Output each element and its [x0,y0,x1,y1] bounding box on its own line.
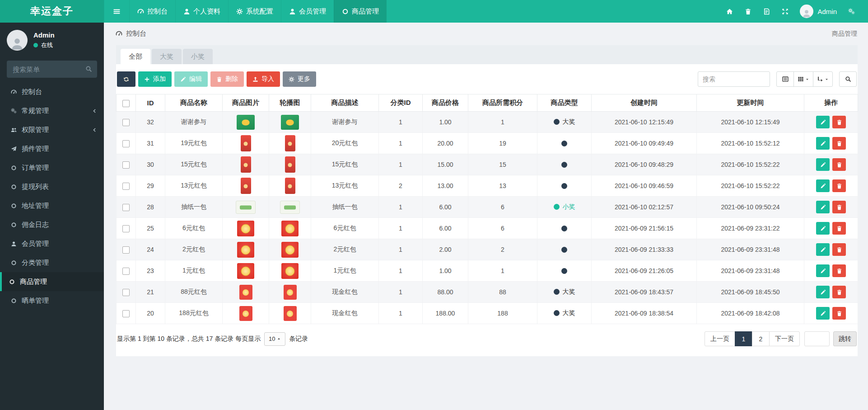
sidebar-toggle-button[interactable] [104,0,129,23]
topnav-item-profile[interactable]: 个人资料 [175,0,228,23]
row-delete-button[interactable] [832,179,846,192]
brand-logo: 幸运盒子 [0,0,104,23]
carousel-image [284,306,297,321]
cache-file-button[interactable] [757,0,776,23]
topnav-item-member[interactable]: 会员管理 [281,0,334,23]
expand-button[interactable] [776,0,794,23]
row-delete-button[interactable] [832,286,846,298]
row-delete-button[interactable] [832,116,846,128]
row-edit-button[interactable] [816,286,830,298]
sidebar-item-review[interactable]: 晒单管理 [0,291,104,310]
main-content: 控制台 商品管理 全部大奖小奖 添加 编辑 删除 导入 更多 [104,0,868,356]
row-edit-button[interactable] [816,158,830,171]
row-delete-button[interactable] [832,264,846,277]
import-button[interactable]: 导入 [247,71,280,87]
row-delete-button[interactable] [832,243,846,256]
breadcrumb-left-label[interactable]: 控制台 [126,29,146,38]
product-image [237,221,254,236]
tab-small-prize[interactable]: 小奖 [183,49,213,64]
cogs-icon [11,108,17,114]
topnav-item-goods[interactable]: 商品管理 [334,0,387,23]
cell-desc: 2元红包 [311,239,379,260]
row-checkbox[interactable] [122,183,130,190]
row-delete-button[interactable] [832,222,846,235]
page-button-1[interactable]: 1 [735,331,752,346]
row-edit-button[interactable] [816,137,830,150]
sidebar-item-commission[interactable]: 佣金日志 [0,215,104,234]
export-button[interactable] [813,71,833,87]
row-checkbox[interactable] [122,161,130,169]
row-checkbox[interactable] [122,289,130,296]
row-checkbox[interactable] [122,119,130,126]
sidebar-item-order[interactable]: 订单管理 [0,158,104,177]
menu-search-input[interactable] [7,61,97,78]
sidebar-item-member[interactable]: 会员管理 [0,234,104,253]
table-search-input[interactable] [698,71,770,87]
row-delete-button[interactable] [832,307,846,320]
user-icon [183,8,190,15]
row-edit-button[interactable] [816,179,830,192]
trash-button[interactable] [739,0,757,23]
row-edit-button[interactable] [816,307,830,320]
home-button[interactable] [720,0,739,23]
row-delete-button[interactable] [832,158,846,171]
sidebar-item-category[interactable]: 分类管理 [0,253,104,272]
table-row: 32谢谢参与谢谢参与11.001大奖2021-06-10 12:15:49202… [117,112,858,133]
sidebar-item-address[interactable]: 地址管理 [0,196,104,215]
sidebar-item-auth[interactable]: 权限管理 [0,120,104,139]
row-edit-button[interactable] [816,201,830,213]
cell-points: 13 [468,175,537,197]
settings-cogs-button[interactable] [842,0,861,23]
sidebar-item-addon[interactable]: 插件管理 [0,139,104,158]
row-delete-button[interactable] [832,137,846,150]
sidebar-item-dashboard[interactable]: 控制台 [0,82,104,101]
jump-page-input[interactable] [804,331,830,346]
select-all-checkbox[interactable] [122,100,130,107]
jump-button[interactable]: 跳转 [833,331,857,346]
row-checkbox[interactable] [122,140,130,147]
topnav-item-dashboard[interactable]: 控制台 [129,0,175,23]
add-button[interactable]: 添加 [138,71,172,87]
sidebar-item-withdraw[interactable]: 提现列表 [0,177,104,196]
user-menu[interactable]: Admin [794,0,842,23]
columns-toggle-button[interactable] [793,71,813,87]
cell-id: 31 [136,133,165,154]
topnav-item-label: 系统配置 [246,7,273,16]
delete-button[interactable]: 删除 [210,71,244,87]
tab-big-prize[interactable]: 大奖 [152,49,182,64]
row-checkbox[interactable] [122,268,130,275]
more-button[interactable]: 更多 [283,71,316,87]
table-header: ID商品名称商品图片轮播图商品描述分类ID商品价格商品所需积分商品类型创建时间更… [117,94,858,112]
edit-button[interactable]: 编辑 [174,71,208,87]
row-checkbox[interactable] [122,225,130,232]
dashboard-icon [116,30,122,37]
topnav-right: Admin [720,0,868,23]
page-button-2[interactable]: 2 [752,331,770,346]
row-edit-button[interactable] [816,243,830,256]
cell-select [117,239,136,260]
prev-page-button[interactable]: 上一页 [705,331,735,346]
row-checkbox[interactable] [122,310,130,317]
sidebar-item-general[interactable]: 常规管理 [0,101,104,120]
cell-desc: 15元红包 [311,154,379,175]
row-edit-button[interactable] [816,264,830,277]
cell-created: 2021-06-10 09:48:29 [592,154,697,175]
topnav-item-config[interactable]: 系统配置 [228,0,281,23]
row-edit-button[interactable] [816,116,830,128]
row-checkbox[interactable] [122,246,130,254]
sidebar-item-goods[interactable]: 商品管理 [0,272,104,291]
tab-all[interactable]: 全部 [121,49,150,64]
user-icon [11,241,17,247]
row-checkbox[interactable] [122,204,130,211]
row-delete-button[interactable] [832,201,846,213]
cell-type: 大奖 [537,112,592,133]
detail-view-button[interactable] [776,71,794,87]
search-toggle-button[interactable] [839,71,857,87]
cell-category-id: 1 [379,197,423,218]
page-size-select[interactable]: 10 [264,332,285,346]
list-alt-icon [782,76,789,82]
next-page-button[interactable]: 下一页 [769,331,800,346]
row-edit-button[interactable] [816,222,830,235]
refresh-button[interactable] [117,71,135,87]
cell-price: 15.00 [423,154,468,175]
